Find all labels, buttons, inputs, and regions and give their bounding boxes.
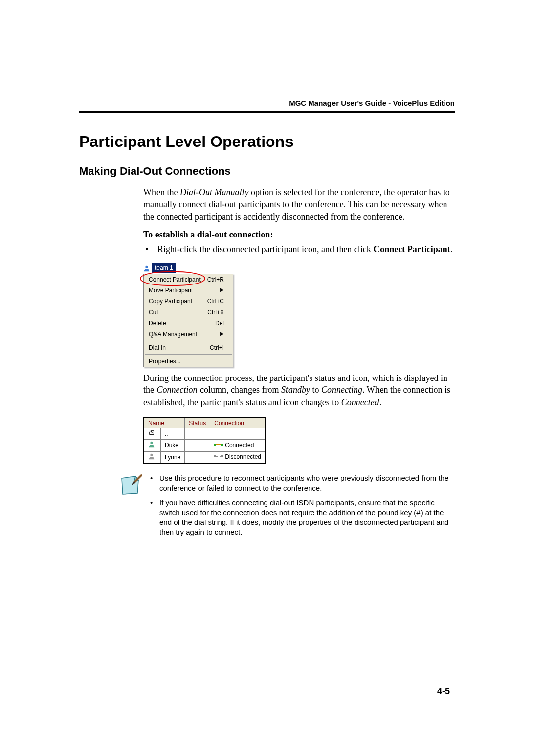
ctx-accel: Ctrl+I [210, 344, 224, 352]
p2-i2: Standby [281, 385, 310, 395]
running-header: MGC Manager User's Guide - VoicePlus Edi… [79, 99, 455, 111]
cell-connection: Connected [210, 440, 266, 451]
col-status: Status [185, 418, 210, 428]
participant-icon [143, 265, 150, 272]
cell-connection-text: Disconnected [225, 453, 261, 460]
col-name: Name [144, 418, 185, 428]
note-block: Use this procedure to reconnect particip… [119, 473, 455, 542]
ctx-item-move-participant[interactable]: Move Participant ▶ [144, 285, 233, 296]
cell-status [185, 428, 210, 440]
svg-rect-7 [221, 455, 223, 457]
intro-paragraph: When the Dial-Out Manually option is sel… [143, 187, 455, 223]
status-paragraph: During the connection process, the parti… [143, 372, 455, 408]
procedure-heading: To establish a dial-out connection: [143, 229, 455, 240]
ctx-item-cut[interactable]: Cut Ctrl+X [144, 307, 233, 318]
cell-status [185, 440, 210, 451]
intro-pre: When the [143, 188, 180, 197]
ctx-label: Properties... [149, 357, 181, 365]
page-title: Participant Level Operations [79, 133, 455, 151]
step1-pre: Right-click the disconnected participant… [157, 244, 373, 254]
ctx-separator [145, 341, 232, 341]
ctx-item-dial-in[interactable]: Dial In Ctrl+I [144, 342, 233, 353]
ctx-accel: Del [215, 319, 224, 327]
p2-i3: Connecting [321, 385, 362, 395]
ctx-label: Delete [149, 319, 166, 327]
table-row: .. [144, 428, 266, 440]
ctx-label: Cut [149, 308, 158, 316]
step1-bold: Connect Participant [373, 244, 450, 254]
ctx-label: Dial In [149, 344, 166, 352]
note-icon [119, 473, 142, 497]
up-level-icon [144, 428, 161, 440]
participant-icon [144, 451, 161, 463]
cell-name: Lynne [161, 451, 185, 463]
status-table-figure: Name Status Connection .. Duke [143, 417, 266, 464]
svg-rect-4 [216, 444, 221, 445]
svg-rect-6 [214, 455, 216, 457]
svg-rect-8 [216, 456, 218, 457]
p2-i1: Connection [157, 385, 198, 395]
tree-node-label[interactable]: team 1 [152, 263, 176, 272]
table-row: Duke Connected [144, 440, 266, 451]
submenu-arrow-icon: ▶ [220, 286, 224, 294]
cell-name: .. [161, 428, 185, 440]
note-item: If you have difficulties connecting dial… [149, 498, 455, 538]
intro-em: Dial-Out Manually [180, 188, 248, 197]
connected-icon [214, 442, 223, 450]
context-menu: Connect Participant Ctrl+R Move Particip… [143, 274, 233, 368]
ctx-label: Move Participant [149, 286, 193, 294]
submenu-arrow-icon: ▶ [220, 331, 224, 338]
svg-point-1 [150, 442, 153, 444]
participant-icon [144, 440, 161, 451]
table-row: Lynne Disconnected [144, 451, 266, 463]
cell-connection: Disconnected [210, 451, 266, 463]
table-header-row: Name Status Connection [144, 418, 266, 428]
p2-i4: Connected [341, 397, 379, 407]
cell-connection-text: Connected [225, 442, 254, 449]
svg-rect-2 [214, 444, 216, 446]
svg-rect-3 [221, 444, 223, 446]
cell-status [185, 451, 210, 463]
col-connection: Connection [210, 418, 266, 428]
svg-point-5 [150, 453, 153, 456]
ctx-item-qa-management[interactable]: Q&A Management ▶ [144, 329, 233, 340]
section-heading: Making Dial-Out Connections [79, 165, 455, 178]
ctx-item-copy-participant[interactable]: Copy Participant Ctrl+C [144, 296, 233, 307]
svg-point-0 [145, 265, 148, 268]
ctx-accel: Ctrl+R [207, 276, 224, 284]
step1-post: . [450, 244, 453, 254]
ctx-accel: Ctrl+X [207, 308, 224, 316]
ctx-item-properties[interactable]: Properties... [144, 356, 233, 367]
disconnected-icon [214, 453, 223, 461]
tree-node: team 1 [143, 263, 233, 272]
step-1: Right-click the disconnected participant… [143, 243, 455, 255]
cell-connection [210, 428, 266, 440]
svg-rect-9 [220, 456, 221, 457]
ctx-label: Copy Participant [149, 297, 192, 305]
ctx-label: Connect Participant [149, 276, 201, 284]
page-number: 4-5 [437, 686, 450, 697]
cell-name: Duke [161, 440, 185, 451]
p2-t2: column, changes from [198, 385, 281, 395]
context-menu-figure: team 1 Connect Participant Ctrl+R Move P… [143, 263, 233, 367]
ctx-label: Q&A Management [149, 331, 197, 338]
note-item: Use this procedure to reconnect particip… [149, 473, 455, 494]
header-rule [79, 111, 455, 113]
ctx-accel: Ctrl+C [207, 297, 224, 305]
p2-t5: . [379, 397, 382, 407]
status-table: Name Status Connection .. Duke [143, 417, 266, 464]
ctx-separator [145, 354, 232, 355]
ctx-item-delete[interactable]: Delete Del [144, 318, 233, 329]
ctx-item-connect-participant[interactable]: Connect Participant Ctrl+R [144, 274, 233, 285]
p2-t3: to [310, 385, 321, 395]
